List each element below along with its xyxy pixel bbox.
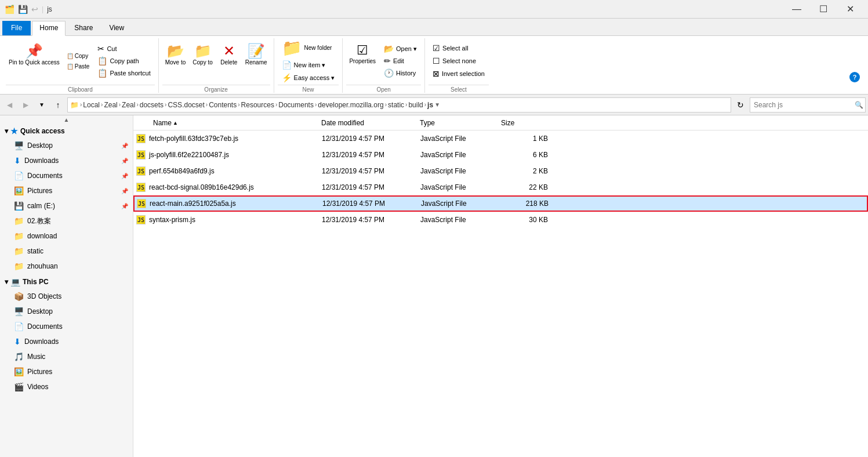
table-row[interactable]: JS syntax-prism.js 12/31/2019 4:57 PM Ja… [133, 212, 868, 228]
bc-docsets[interactable]: docsets [140, 101, 164, 109]
address-breadcrumb[interactable]: 📁 › Local › Zeal › Zeal › docsets › CSS.… [67, 97, 731, 113]
file-type: JavaScript File [420, 135, 502, 143]
history-button[interactable]: 🕐 History [380, 67, 421, 79]
col-header-size[interactable]: Size [501, 119, 559, 127]
col-header-date[interactable]: Date modified [321, 119, 420, 127]
invert-selection-button[interactable]: ⊠ Invert selection [428, 68, 489, 79]
documents-label: Documents [27, 172, 118, 180]
move-to-button[interactable]: 📂 Move to [162, 42, 189, 79]
undo-icon: ↩ [31, 5, 38, 14]
open-button[interactable]: 📂 Open ▾ [380, 43, 421, 55]
file-size: 2 KB [502, 167, 560, 175]
star-icon: ★ [10, 126, 18, 136]
pin-quick-access-button[interactable]: 📌 Pin to Quick access [6, 42, 63, 79]
new-label: New [278, 85, 339, 93]
sidebar-item-static[interactable]: 📁 static [0, 244, 133, 259]
easy-access-button[interactable]: ⚡ Easy access ▾ [278, 72, 339, 84]
sidebar-item-videos[interactable]: 🎬 Videos [0, 379, 133, 394]
file-size: 22 KB [502, 183, 560, 191]
sidebar-item-pictures-quick[interactable]: 🖼️ Pictures 📌 [0, 183, 133, 198]
sidebar-item-desktop-quick[interactable]: 🖥️ Desktop 📌 [0, 138, 133, 153]
up-button[interactable]: ↑ [51, 98, 65, 112]
open-content: ☑ Properties 📂 Open ▾ ✏ Edit 🕐 History [346, 38, 421, 84]
file-name: react-bcd-signal.089b16e429d6.js [149, 183, 254, 191]
tab-home[interactable]: Home [32, 21, 66, 36]
edit-button[interactable]: ✏ Edit [380, 55, 421, 67]
bc-static[interactable]: static [388, 101, 404, 109]
sidebar-item-download-folder[interactable]: 📁 download [0, 228, 133, 244]
desktop-pc-label: Desktop [27, 307, 128, 315]
copy-path-button[interactable]: 📋 Copy path [93, 55, 154, 67]
sidebar-item-documents-quick[interactable]: 📄 Documents 📌 [0, 168, 133, 183]
cut-button[interactable]: ✂ Cut [93, 43, 154, 55]
table-row[interactable]: JS js-polyfill.6f2e22100487.js 12/31/201… [133, 147, 868, 163]
col-header-name[interactable]: Name ▲ [136, 119, 321, 127]
paste-shortcut-button[interactable]: 📋 Paste shortcut [93, 67, 154, 79]
search-input[interactable] [750, 97, 866, 113]
documents-pc-label: Documents [27, 322, 128, 331]
bc-local[interactable]: Local [83, 101, 100, 109]
bc-zeal2[interactable]: Zeal [122, 101, 135, 109]
music-label: Music [27, 353, 128, 361]
bc-build[interactable]: build [408, 101, 423, 109]
properties-button[interactable]: ☑ Properties [346, 42, 379, 79]
tab-view[interactable]: View [101, 21, 132, 35]
bc-css-docset[interactable]: CSS.docset [168, 101, 204, 109]
sidebar-item-downloads-quick[interactable]: ⬇ Downloads 📌 [0, 153, 133, 168]
copy-button[interactable]: 📋 Copy [64, 51, 93, 61]
sidebar-scroll-up[interactable]: ▲ [0, 115, 133, 124]
sidebar-item-pictures-pc[interactable]: 🖼️ Pictures [0, 364, 133, 379]
maximize-button[interactable]: ☐ [810, 0, 837, 19]
ribbon: 📌 Pin to Quick access 📋 Copy 📋 Paste ✂ C… [0, 36, 868, 95]
3d-objects-label: 3D Objects [27, 292, 128, 300]
bc-js[interactable]: js [427, 101, 433, 109]
bc-contents[interactable]: Contents [209, 101, 237, 109]
open-label: Open [346, 85, 421, 93]
paste-button[interactable]: 📋 Paste [64, 61, 93, 71]
bc-documents[interactable]: Documents [278, 101, 314, 109]
recent-locations-button[interactable]: ▼ [35, 98, 49, 112]
select-none-button[interactable]: ☐ Select none [428, 55, 489, 67]
forward-button[interactable]: ▶ [19, 98, 32, 112]
sidebar-item-downloads-pc[interactable]: ⬇ Downloads [0, 334, 133, 349]
rename-button[interactable]: 📝 Rename [242, 42, 270, 79]
sidebar-item-documents-pc[interactable]: 📄 Documents [0, 319, 133, 334]
table-row[interactable]: JS perf.654b849a6fd9.js 12/31/2019 4:57 … [133, 163, 868, 179]
clipboard-content: 📌 Pin to Quick access 📋 Copy 📋 Paste ✂ C… [6, 38, 155, 84]
zhouhuan-label: zhouhuan [27, 262, 128, 270]
new-folder-button[interactable]: 📁 New folder [278, 38, 336, 58]
bc-zeal1[interactable]: Zeal [104, 101, 117, 109]
sidebar-item-desktop-pc[interactable]: 🖥️ Desktop [0, 304, 133, 319]
sidebar-item-3d-objects[interactable]: 📦 3D Objects [0, 289, 133, 304]
documents-icon: 📄 [14, 171, 24, 180]
new-item-button[interactable]: 📄 New item ▾ [278, 59, 330, 71]
refresh-button[interactable]: ↻ [733, 98, 747, 112]
delete-button[interactable]: ✕ Delete [217, 42, 241, 79]
sidebar-item-jiaoan[interactable]: 📁 02.教案 [0, 213, 133, 228]
sidebar-item-zhouhuan[interactable]: 📁 zhouhuan [0, 259, 133, 274]
select-all-button[interactable]: ☑ Select all [428, 42, 489, 54]
sidebar-item-music[interactable]: 🎵 Music [0, 349, 133, 364]
copy-to-button[interactable]: 📁 Copy to [190, 42, 215, 79]
minimize-button[interactable]: — [783, 0, 810, 19]
sidebar-item-calm[interactable]: 💾 calm (E:) 📌 [0, 198, 133, 213]
back-button[interactable]: ◀ [2, 98, 16, 112]
tab-file[interactable]: File [2, 21, 31, 35]
this-pc-header[interactable]: ▾ 💻 This PC [0, 275, 133, 289]
close-button[interactable]: ✕ [837, 0, 863, 19]
tab-share[interactable]: Share [67, 21, 100, 35]
table-row[interactable]: JS react-bcd-signal.089b16e429d6.js 12/3… [133, 179, 868, 195]
col-header-type[interactable]: Type [420, 119, 501, 127]
table-row[interactable]: JS react-main.a9251f025a5a.js 12/31/2019… [133, 195, 868, 212]
search-button[interactable]: 🔍 [855, 101, 863, 109]
table-row[interactable]: JS fetch-polyfill.63fdc379c7eb.js 12/31/… [133, 130, 868, 147]
ribbon-tabs: File Home Share View ? [0, 19, 868, 36]
bc-resources[interactable]: Resources [241, 101, 274, 109]
downloads-pc-icon: ⬇ [14, 337, 21, 346]
3d-objects-icon: 📦 [14, 292, 24, 301]
help-button[interactable]: ? [849, 72, 860, 82]
quick-access-header[interactable]: ▾ ★ Quick access [0, 124, 133, 138]
bc-mozilla[interactable]: developer.mozilla.org [318, 101, 383, 109]
paste-shortcut-icon: 📋 [97, 68, 107, 78]
file-size: 30 KB [502, 216, 560, 224]
